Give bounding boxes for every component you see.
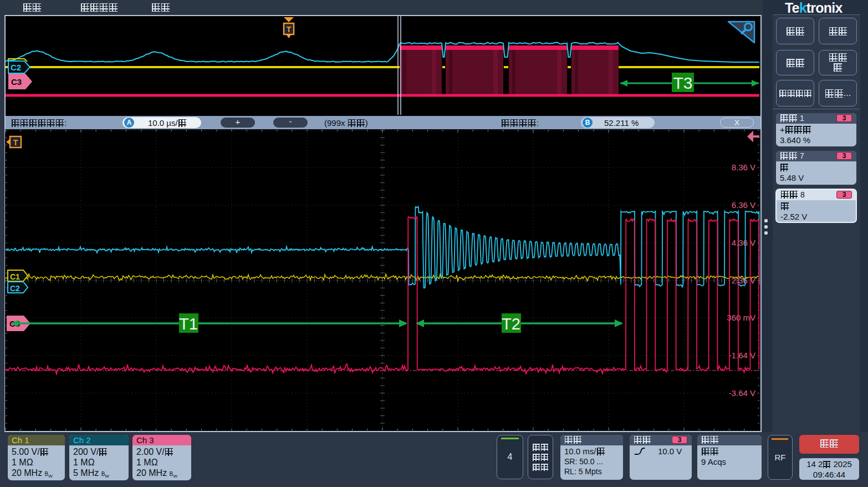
svg-text:360 mV: 360 mV (727, 313, 755, 322)
svg-text:T1: T1 (179, 315, 198, 333)
svg-text:T2: T2 (502, 315, 520, 333)
svg-text:-1.64 V: -1.64 V (729, 351, 755, 360)
svg-text:C2: C2 (10, 284, 20, 293)
svg-text:T: T (287, 25, 292, 34)
svg-text:4.36 V: 4.36 V (732, 238, 755, 247)
svg-text:T3: T3 (673, 74, 692, 92)
svg-text:8.36 V: 8.36 V (732, 163, 755, 172)
svg-text:T: T (13, 138, 18, 147)
svg-text:-3.64 V: -3.64 V (729, 388, 755, 398)
svg-text:C1: C1 (10, 272, 20, 281)
svg-text:C2: C2 (11, 63, 21, 72)
svg-text:C3: C3 (11, 77, 22, 87)
svg-text:6.36 V: 6.36 V (732, 200, 755, 210)
